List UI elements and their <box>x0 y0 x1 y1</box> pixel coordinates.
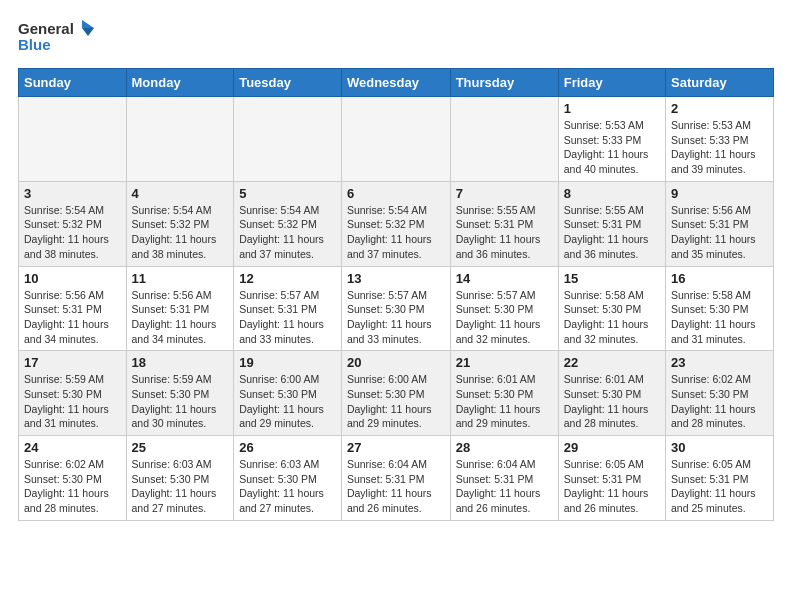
calendar-cell: 16Sunrise: 5:58 AM Sunset: 5:30 PM Dayli… <box>665 266 773 351</box>
day-number: 20 <box>347 355 445 370</box>
calendar-cell: 5Sunrise: 5:54 AM Sunset: 5:32 PM Daylig… <box>234 181 342 266</box>
day-info: Sunrise: 6:05 AM Sunset: 5:31 PM Dayligh… <box>564 457 660 516</box>
calendar-cell: 29Sunrise: 6:05 AM Sunset: 5:31 PM Dayli… <box>558 436 665 521</box>
logo-svg: GeneralBlue <box>18 18 98 54</box>
week-row-1: 3Sunrise: 5:54 AM Sunset: 5:32 PM Daylig… <box>19 181 774 266</box>
day-info: Sunrise: 6:03 AM Sunset: 5:30 PM Dayligh… <box>239 457 336 516</box>
day-info: Sunrise: 5:55 AM Sunset: 5:31 PM Dayligh… <box>456 203 553 262</box>
day-number: 12 <box>239 271 336 286</box>
day-number: 19 <box>239 355 336 370</box>
calendar-cell: 13Sunrise: 5:57 AM Sunset: 5:30 PM Dayli… <box>341 266 450 351</box>
calendar-cell: 9Sunrise: 5:56 AM Sunset: 5:31 PM Daylig… <box>665 181 773 266</box>
day-number: 30 <box>671 440 768 455</box>
day-info: Sunrise: 6:02 AM Sunset: 5:30 PM Dayligh… <box>671 372 768 431</box>
calendar-cell: 19Sunrise: 6:00 AM Sunset: 5:30 PM Dayli… <box>234 351 342 436</box>
day-number: 9 <box>671 186 768 201</box>
day-info: Sunrise: 5:57 AM Sunset: 5:30 PM Dayligh… <box>347 288 445 347</box>
day-info: Sunrise: 6:00 AM Sunset: 5:30 PM Dayligh… <box>239 372 336 431</box>
day-number: 29 <box>564 440 660 455</box>
calendar-cell: 26Sunrise: 6:03 AM Sunset: 5:30 PM Dayli… <box>234 436 342 521</box>
calendar: SundayMondayTuesdayWednesdayThursdayFrid… <box>18 68 774 521</box>
calendar-cell: 21Sunrise: 6:01 AM Sunset: 5:30 PM Dayli… <box>450 351 558 436</box>
day-info: Sunrise: 5:55 AM Sunset: 5:31 PM Dayligh… <box>564 203 660 262</box>
calendar-cell: 18Sunrise: 5:59 AM Sunset: 5:30 PM Dayli… <box>126 351 234 436</box>
week-row-3: 17Sunrise: 5:59 AM Sunset: 5:30 PM Dayli… <box>19 351 774 436</box>
calendar-cell <box>19 97 127 182</box>
calendar-cell: 15Sunrise: 5:58 AM Sunset: 5:30 PM Dayli… <box>558 266 665 351</box>
week-row-4: 24Sunrise: 6:02 AM Sunset: 5:30 PM Dayli… <box>19 436 774 521</box>
weekday-friday: Friday <box>558 69 665 97</box>
calendar-cell: 28Sunrise: 6:04 AM Sunset: 5:31 PM Dayli… <box>450 436 558 521</box>
day-info: Sunrise: 6:01 AM Sunset: 5:30 PM Dayligh… <box>564 372 660 431</box>
day-number: 5 <box>239 186 336 201</box>
header: GeneralBlue <box>18 18 774 54</box>
day-number: 27 <box>347 440 445 455</box>
day-number: 8 <box>564 186 660 201</box>
svg-text:General: General <box>18 20 74 37</box>
calendar-cell: 22Sunrise: 6:01 AM Sunset: 5:30 PM Dayli… <box>558 351 665 436</box>
day-info: Sunrise: 6:05 AM Sunset: 5:31 PM Dayligh… <box>671 457 768 516</box>
calendar-cell <box>234 97 342 182</box>
day-number: 4 <box>132 186 229 201</box>
calendar-cell: 30Sunrise: 6:05 AM Sunset: 5:31 PM Dayli… <box>665 436 773 521</box>
calendar-cell <box>341 97 450 182</box>
calendar-cell: 1Sunrise: 5:53 AM Sunset: 5:33 PM Daylig… <box>558 97 665 182</box>
logo: GeneralBlue <box>18 18 98 54</box>
calendar-cell: 8Sunrise: 5:55 AM Sunset: 5:31 PM Daylig… <box>558 181 665 266</box>
calendar-cell: 10Sunrise: 5:56 AM Sunset: 5:31 PM Dayli… <box>19 266 127 351</box>
day-number: 26 <box>239 440 336 455</box>
day-info: Sunrise: 5:56 AM Sunset: 5:31 PM Dayligh… <box>24 288 121 347</box>
calendar-cell: 2Sunrise: 5:53 AM Sunset: 5:33 PM Daylig… <box>665 97 773 182</box>
day-info: Sunrise: 5:54 AM Sunset: 5:32 PM Dayligh… <box>24 203 121 262</box>
weekday-tuesday: Tuesday <box>234 69 342 97</box>
day-number: 17 <box>24 355 121 370</box>
weekday-thursday: Thursday <box>450 69 558 97</box>
weekday-sunday: Sunday <box>19 69 127 97</box>
day-number: 7 <box>456 186 553 201</box>
week-row-0: 1Sunrise: 5:53 AM Sunset: 5:33 PM Daylig… <box>19 97 774 182</box>
day-info: Sunrise: 5:59 AM Sunset: 5:30 PM Dayligh… <box>24 372 121 431</box>
day-info: Sunrise: 6:00 AM Sunset: 5:30 PM Dayligh… <box>347 372 445 431</box>
day-info: Sunrise: 5:57 AM Sunset: 5:31 PM Dayligh… <box>239 288 336 347</box>
day-info: Sunrise: 5:54 AM Sunset: 5:32 PM Dayligh… <box>347 203 445 262</box>
calendar-cell: 12Sunrise: 5:57 AM Sunset: 5:31 PM Dayli… <box>234 266 342 351</box>
day-info: Sunrise: 5:58 AM Sunset: 5:30 PM Dayligh… <box>564 288 660 347</box>
calendar-cell: 20Sunrise: 6:00 AM Sunset: 5:30 PM Dayli… <box>341 351 450 436</box>
day-number: 25 <box>132 440 229 455</box>
day-info: Sunrise: 6:04 AM Sunset: 5:31 PM Dayligh… <box>456 457 553 516</box>
day-info: Sunrise: 5:53 AM Sunset: 5:33 PM Dayligh… <box>671 118 768 177</box>
week-row-2: 10Sunrise: 5:56 AM Sunset: 5:31 PM Dayli… <box>19 266 774 351</box>
day-number: 23 <box>671 355 768 370</box>
svg-text:Blue: Blue <box>18 36 51 53</box>
calendar-cell: 24Sunrise: 6:02 AM Sunset: 5:30 PM Dayli… <box>19 436 127 521</box>
page: GeneralBlue SundayMondayTuesdayWednesday… <box>0 0 792 533</box>
svg-marker-2 <box>82 20 94 28</box>
day-number: 16 <box>671 271 768 286</box>
day-info: Sunrise: 5:58 AM Sunset: 5:30 PM Dayligh… <box>671 288 768 347</box>
calendar-cell: 11Sunrise: 5:56 AM Sunset: 5:31 PM Dayli… <box>126 266 234 351</box>
day-number: 28 <box>456 440 553 455</box>
calendar-cell: 3Sunrise: 5:54 AM Sunset: 5:32 PM Daylig… <box>19 181 127 266</box>
weekday-saturday: Saturday <box>665 69 773 97</box>
weekday-wednesday: Wednesday <box>341 69 450 97</box>
day-number: 11 <box>132 271 229 286</box>
calendar-cell: 7Sunrise: 5:55 AM Sunset: 5:31 PM Daylig… <box>450 181 558 266</box>
calendar-cell <box>450 97 558 182</box>
day-info: Sunrise: 5:57 AM Sunset: 5:30 PM Dayligh… <box>456 288 553 347</box>
day-number: 18 <box>132 355 229 370</box>
calendar-cell: 6Sunrise: 5:54 AM Sunset: 5:32 PM Daylig… <box>341 181 450 266</box>
day-info: Sunrise: 5:54 AM Sunset: 5:32 PM Dayligh… <box>132 203 229 262</box>
day-info: Sunrise: 5:56 AM Sunset: 5:31 PM Dayligh… <box>671 203 768 262</box>
day-number: 3 <box>24 186 121 201</box>
day-info: Sunrise: 5:54 AM Sunset: 5:32 PM Dayligh… <box>239 203 336 262</box>
day-number: 1 <box>564 101 660 116</box>
svg-marker-3 <box>82 28 94 36</box>
day-number: 22 <box>564 355 660 370</box>
day-number: 24 <box>24 440 121 455</box>
calendar-cell: 23Sunrise: 6:02 AM Sunset: 5:30 PM Dayli… <box>665 351 773 436</box>
day-info: Sunrise: 5:59 AM Sunset: 5:30 PM Dayligh… <box>132 372 229 431</box>
day-info: Sunrise: 5:56 AM Sunset: 5:31 PM Dayligh… <box>132 288 229 347</box>
day-info: Sunrise: 6:02 AM Sunset: 5:30 PM Dayligh… <box>24 457 121 516</box>
day-number: 13 <box>347 271 445 286</box>
day-info: Sunrise: 6:03 AM Sunset: 5:30 PM Dayligh… <box>132 457 229 516</box>
